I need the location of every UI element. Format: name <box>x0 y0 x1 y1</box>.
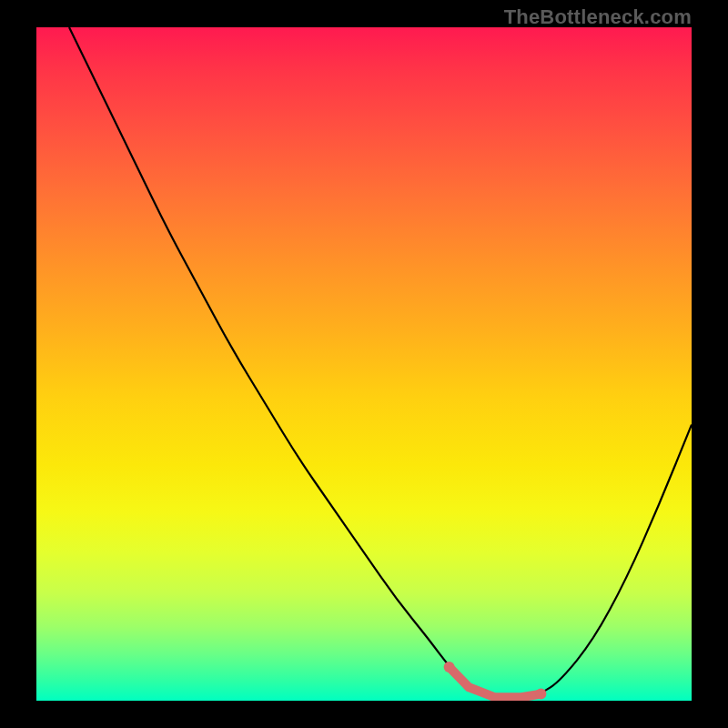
highlight-end-dot <box>535 689 546 700</box>
plot-area <box>36 27 692 701</box>
chart-container: TheBottleneck.com <box>0 0 728 728</box>
attribution-label: TheBottleneck.com <box>504 5 692 29</box>
bottleneck-curve-path <box>69 27 692 697</box>
highlight-segment <box>450 667 541 697</box>
highlight-start-dot <box>444 662 455 672</box>
curve-svg <box>36 27 692 701</box>
